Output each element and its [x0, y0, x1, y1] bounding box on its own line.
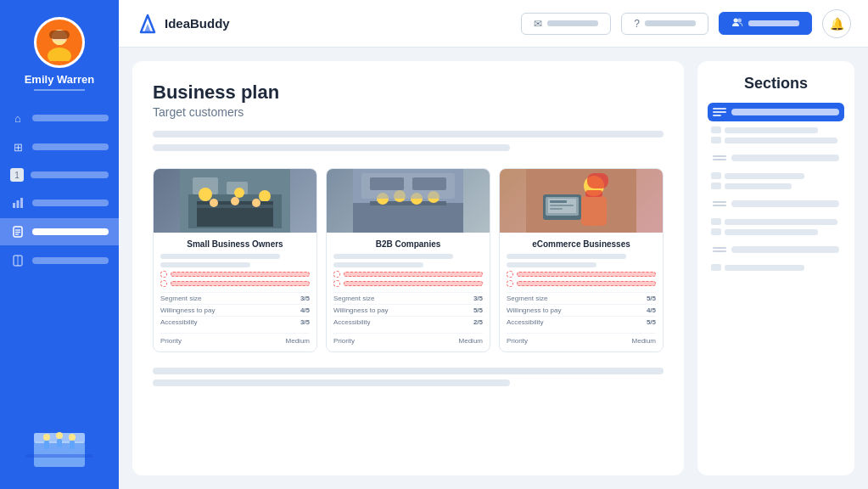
- bell-icon: 🔔: [830, 17, 844, 31]
- svg-rect-57: [550, 205, 574, 206]
- mail-icon: ✉: [534, 18, 542, 30]
- sub-icon: [711, 137, 721, 143]
- priority-value: Medium: [632, 337, 656, 345]
- nav-item-doc[interactable]: [0, 218, 119, 245]
- sections-title: Sections: [708, 75, 844, 93]
- nav-item-badge[interactable]: 1: [0, 162, 119, 188]
- card-image-1: [154, 169, 316, 233]
- pink-dot: [160, 271, 167, 278]
- sub-bar-row: [711, 183, 844, 189]
- pink-dot: [507, 271, 513, 278]
- stat-value: 5/5: [647, 295, 656, 302]
- icon-line: [713, 250, 726, 252]
- svg-rect-3: [49, 31, 70, 39]
- section-item-active[interactable]: [708, 103, 844, 121]
- section-item-3[interactable]: [708, 194, 844, 213]
- plan-divider-3: [153, 368, 664, 374]
- card-b2b[interactable]: B2B Companies Segment size 3/5: [326, 168, 490, 352]
- svg-rect-58: [550, 208, 563, 210]
- section-icon: [713, 244, 726, 256]
- svg-rect-19: [57, 439, 62, 447]
- priority-label: Priority: [160, 337, 182, 345]
- stat-row: Willingness to pay 5/5: [333, 304, 483, 316]
- stat-label: Willingness to pay: [333, 306, 388, 314]
- card-stats-1: Segment size 3/5 Willingness to pay 4/5 …: [160, 292, 310, 328]
- svg-rect-47: [370, 177, 404, 190]
- card-footer-3: Priority Medium: [507, 333, 656, 345]
- nav-label-bar: [32, 200, 109, 206]
- stat-label: Willingness to pay: [507, 306, 561, 314]
- sub-bar: [725, 127, 818, 133]
- svg-point-17: [69, 434, 76, 441]
- card-body-3: eCommerce Businesses Segment size 5/5: [500, 233, 663, 351]
- card-ecommerce[interactable]: eCommerce Businesses Segment size 5/5: [499, 168, 664, 352]
- pink-dot: [333, 271, 340, 278]
- sub-icon: [711, 218, 721, 225]
- svg-point-32: [234, 188, 244, 198]
- stat-row: Accessibility 5/5: [507, 316, 656, 328]
- priority-value: Medium: [459, 337, 483, 345]
- svg-point-24: [734, 19, 738, 23]
- notifications-button[interactable]: 🔔: [822, 9, 851, 38]
- svg-rect-21: [25, 454, 93, 458]
- section-item-bar: [731, 200, 839, 207]
- sidebar-divider: [34, 89, 85, 91]
- card-title-3: eCommerce Businesses: [507, 239, 656, 249]
- svg-rect-48: [412, 177, 446, 190]
- pink-dot: [160, 280, 167, 287]
- sub-bar: [725, 229, 818, 235]
- sub-bar: [725, 138, 837, 143]
- svg-rect-20: [70, 441, 75, 449]
- stat-label: Willingness to pay: [160, 306, 215, 314]
- pink-bar: [344, 272, 483, 277]
- icon-line: [713, 115, 721, 116]
- section-subbars-4: [708, 264, 844, 271]
- users-button[interactable]: [719, 12, 812, 35]
- svg-marker-23: [144, 24, 151, 32]
- sub-bar-row: [711, 228, 844, 235]
- svg-point-25: [737, 19, 742, 23]
- stat-label: Accessibility: [160, 318, 198, 326]
- svg-point-1: [48, 48, 71, 61]
- nav-list: ⌂ ⊞ 1: [0, 104, 119, 274]
- card-small-business[interactable]: Small Business Owners Segment size 3/5: [153, 168, 317, 352]
- topbar: IdeaBuddy ✉ ? 🔔: [119, 0, 868, 48]
- nav-label-bar: [32, 115, 109, 121]
- section-item-bar: [731, 155, 839, 161]
- mail-button[interactable]: ✉: [521, 13, 611, 35]
- nav-item-book[interactable]: [0, 247, 119, 274]
- pink-bar: [517, 272, 656, 277]
- icon-line: [713, 205, 726, 206]
- plan-divider-2: [153, 144, 510, 151]
- users-icon: [731, 17, 743, 30]
- user-profile: Emily Warren: [25, 8, 95, 104]
- plan-divider-4: [153, 379, 510, 386]
- sidebar: Emily Warren ⌂ ⊞ 1: [0, 0, 119, 489]
- sub-bar-row: [711, 218, 844, 225]
- card-bar-2b: [333, 262, 423, 267]
- section-item-bar: [731, 109, 839, 115]
- icon-line: [713, 159, 726, 160]
- section-item-2[interactable]: [708, 149, 844, 167]
- nav-item-chart[interactable]: [0, 189, 119, 216]
- main-area: IdeaBuddy ✉ ? 🔔: [119, 0, 868, 489]
- content-area: Business plan Target customers: [119, 48, 868, 489]
- icon-line: [713, 247, 726, 249]
- card-pink-1: [160, 271, 310, 287]
- nav-item-grid[interactable]: ⊞: [0, 133, 119, 160]
- stat-value: 5/5: [473, 306, 483, 314]
- section-item-4[interactable]: [708, 240, 844, 259]
- priority-label: Priority: [507, 337, 528, 345]
- badge-icon: 1: [10, 168, 24, 182]
- stat-row: Willingness to pay 4/5: [160, 304, 310, 316]
- section-icon: [713, 152, 726, 164]
- pink-dot: [333, 280, 340, 287]
- svg-rect-56: [550, 200, 567, 203]
- card-footer-2: Priority Medium: [333, 333, 483, 345]
- card-bar-2a: [333, 254, 453, 259]
- card-image-3: [500, 169, 663, 233]
- nav-item-home[interactable]: ⌂: [0, 104, 119, 132]
- stat-value: 2/5: [473, 318, 483, 326]
- logo-text: IdeaBuddy: [165, 16, 230, 31]
- help-button[interactable]: ?: [621, 13, 708, 35]
